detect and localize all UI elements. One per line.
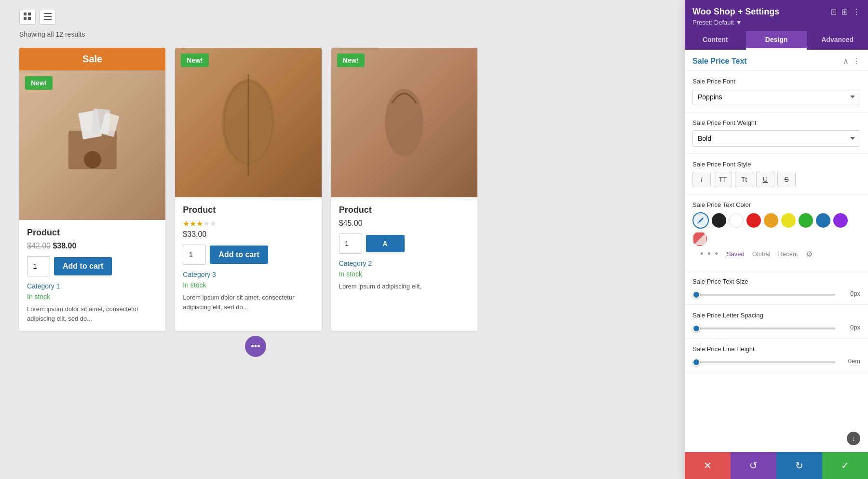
blue-swatch[interactable] — [816, 213, 830, 228]
category-link[interactable]: Category 3 — [183, 271, 313, 278]
font-select[interactable]: Poppins — [692, 89, 860, 105]
add-to-cart-row: Add to cart — [183, 245, 313, 265]
product-info: Product $42.00 $38.00 Add to cart Catego… — [19, 220, 165, 331]
undo-button[interactable]: ↺ — [731, 452, 776, 479]
results-count: Showing all 12 results — [19, 30, 492, 38]
cancel-button[interactable]: ✕ — [685, 452, 731, 479]
view-toggles — [19, 10, 492, 25]
add-to-cart-button[interactable]: Add to cart — [54, 257, 112, 275]
svg-rect-1 — [28, 13, 31, 15]
columns-icon[interactable]: ⊞ — [841, 7, 848, 16]
letter-spacing-slider[interactable] — [692, 328, 835, 329]
recent-colors-tab[interactable]: Recent — [778, 250, 798, 258]
line-height-row: 0em — [692, 356, 860, 365]
fullscreen-icon[interactable]: ⊡ — [830, 7, 837, 16]
font-field-group: Sale Price Font Poppins — [685, 71, 868, 112]
text-color-field-group: Sale Price Text Color • • • Saved Global — [685, 194, 868, 271]
green-swatch[interactable] — [799, 213, 813, 228]
collapse-icon[interactable]: ∧ — [843, 56, 849, 66]
price-wrap: $33.00 — [183, 230, 313, 239]
tab-design[interactable]: Design — [746, 31, 807, 50]
letter-spacing-label: Sale Price Letter Spacing — [692, 312, 860, 319]
divi-panel: Woo Shop + Settings ⊡ ⊞ ⋮ Preset: Defaul… — [685, 0, 868, 479]
preset-arrow[interactable]: ▼ — [736, 19, 742, 26]
list-view-button[interactable] — [40, 10, 56, 25]
white-swatch[interactable] — [729, 213, 744, 228]
italic-button[interactable]: I — [692, 172, 711, 187]
color-dots[interactable]: • • • — [700, 249, 719, 259]
letter-spacing-slider-wrap — [692, 323, 835, 331]
preset-dropdown[interactable]: Preset: Default — [692, 19, 734, 26]
panel-header: Woo Shop + Settings ⊡ ⊞ ⋮ Preset: Defaul… — [685, 0, 868, 31]
new-price: $38.00 — [53, 242, 76, 250]
quantity-input[interactable] — [183, 245, 206, 265]
sale-banner: Sale — [19, 48, 165, 70]
pink-red-swatch[interactable] — [692, 232, 707, 246]
red-swatch[interactable] — [746, 213, 761, 228]
product-title: Product — [339, 205, 470, 215]
size-slider-row: 0px — [692, 289, 860, 298]
add-to-cart-button[interactable]: Add to cart — [210, 246, 268, 264]
add-to-cart-button[interactable]: A — [366, 235, 405, 252]
stock-status: In stock — [27, 293, 158, 301]
price-wrap: $42.00 $38.00 — [27, 242, 158, 250]
global-colors-tab[interactable]: Global — [752, 250, 771, 258]
text-size-label: Sale Price Text Size — [692, 278, 860, 285]
svg-rect-5 — [44, 16, 52, 17]
shop-area: Showing all 12 results Sale New! Prod — [0, 0, 511, 367]
tab-advanced[interactable]: Advanced — [807, 31, 868, 50]
size-slider[interactable] — [692, 294, 835, 296]
new-badge: New! — [181, 54, 208, 67]
more-icon[interactable]: ⋮ — [853, 7, 860, 16]
category-link[interactable]: Category 1 — [27, 282, 158, 290]
three-dots-button[interactable]: ••• — [245, 336, 266, 357]
section-more-icon[interactable]: ⋮ — [853, 56, 860, 66]
panel-preset: Preset: Default ▼ — [692, 19, 860, 26]
product-image: New! — [175, 48, 321, 197]
strikethrough-button[interactable]: S — [777, 172, 796, 187]
line-height-value: 0em — [840, 357, 860, 365]
section-header-icons: ∧ ⋮ — [843, 56, 860, 66]
underline-button[interactable]: U — [756, 172, 774, 187]
grid-view-button[interactable] — [19, 10, 36, 25]
product-description: Lorem ipsum d adipiscing elit, — [339, 282, 470, 291]
capitalize-button[interactable]: Tt — [735, 172, 753, 187]
uppercase-button[interactable]: TT — [714, 172, 732, 187]
save-button[interactable]: ✓ — [822, 452, 868, 479]
svg-rect-3 — [28, 17, 31, 20]
svg-rect-2 — [24, 17, 27, 20]
color-swatches-row — [692, 212, 860, 246]
quantity-input[interactable] — [339, 233, 362, 254]
product-title: Product — [183, 205, 313, 215]
eyedropper-swatch[interactable] — [692, 212, 709, 229]
product-card: New! Product $45.00 A Category 2 In stoc… — [331, 48, 477, 331]
size-value: 0px — [840, 290, 860, 297]
quantity-input[interactable] — [27, 256, 50, 276]
font-style-label: Sale Price Font Style — [692, 161, 860, 168]
redo-button[interactable]: ↻ — [776, 452, 822, 479]
line-height-slider[interactable] — [692, 361, 835, 363]
black-swatch[interactable] — [712, 213, 726, 228]
font-weight-field-group: Sale Price Font Weight Bold — [685, 112, 868, 154]
letter-spacing-row: 0px — [692, 323, 860, 331]
panel-title-row: Woo Shop + Settings ⊡ ⊞ ⋮ — [692, 7, 860, 17]
products-grid: Sale New! Product $42.00 $38. — [19, 48, 477, 331]
font-style-field-group: Sale Price Font Style I TT Tt U S — [685, 154, 868, 194]
saved-colors-tab[interactable]: Saved — [727, 250, 745, 258]
line-height-label: Sale Price Line Height — [692, 345, 860, 353]
old-price: $42.00 — [27, 242, 51, 250]
svg-rect-6 — [44, 19, 52, 20]
tab-content[interactable]: Content — [685, 31, 746, 50]
font-weight-select[interactable]: Bold — [692, 130, 860, 147]
stock-status: In stock — [183, 281, 313, 289]
orange-swatch[interactable] — [764, 213, 778, 228]
font-weight-label: Sale Price Font Weight — [692, 119, 860, 126]
category-link[interactable]: Category 2 — [339, 260, 470, 267]
color-settings-icon[interactable]: ⚙ — [806, 249, 813, 259]
product-price: $45.00 — [339, 219, 363, 227]
product-title: Product — [27, 228, 158, 238]
yellow-swatch[interactable] — [781, 213, 796, 228]
purple-swatch[interactable] — [833, 213, 848, 228]
text-color-label: Sale Price Text Color — [692, 201, 860, 208]
panel-tabs: Content Design Advanced — [685, 31, 868, 50]
